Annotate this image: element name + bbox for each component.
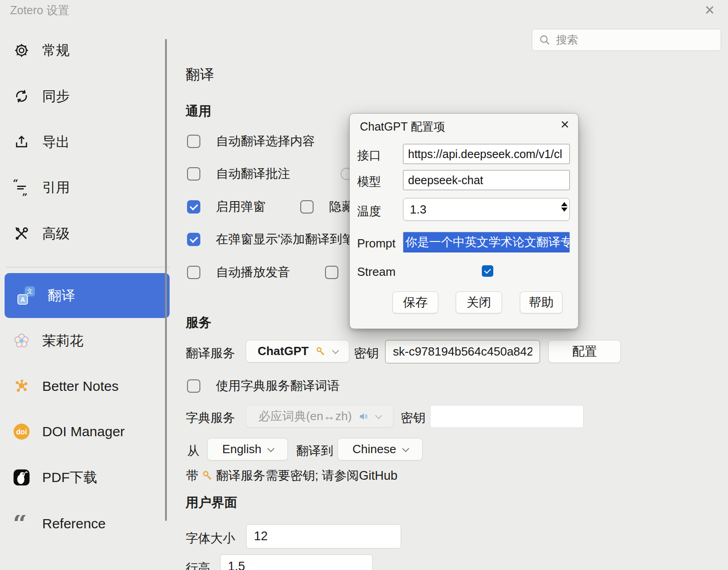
cite-icon: “„ [13,179,30,196]
font-size-input[interactable] [246,524,401,548]
api-endpoint-input[interactable] [403,144,570,164]
svg-text:„: „ [22,186,28,196]
checkbox-label: 自动播放发音 [216,264,290,280]
chevron-down-icon [375,412,382,419]
sidebar-item-general[interactable]: 常规 [13,36,164,65]
sidebar-item-advanced[interactable]: 高级 [13,219,164,248]
section-ui: 用户界面 [186,494,237,511]
checkbox-label: 自动翻译选择内容 [216,133,315,149]
checkbox-label: 启用弹窗 [216,198,265,215]
service-key-note: 带 翻译服务需要密钥; 请参阅GitHub [186,467,397,484]
model-input[interactable] [403,170,570,190]
sidebar-item-label: 常规 [42,41,70,60]
checkbox-label: 自动翻译批注 [216,165,290,182]
popup-mid-checkbox[interactable] [325,266,338,279]
to-language-value: Chinese [353,442,396,456]
key-icon [201,470,213,482]
popup-add-note-checkbox[interactable] [187,233,200,246]
save-button[interactable]: 保存 [392,291,438,313]
row-use-dict-service: 使用字典服务翻译词语 [187,378,340,394]
save-button-label: 保存 [403,294,428,311]
spinner-up-icon[interactable] [561,202,568,206]
sidebar-item-label: PDF下载 [42,468,97,487]
close-button-label: 关闭 [467,294,491,311]
search-box[interactable] [532,29,721,51]
dict-service-label: 字典服务 [186,410,235,426]
svg-text:doi: doi [16,428,27,436]
help-button-label: 帮助 [529,294,554,311]
to-label: 翻译到 [296,443,333,459]
window-title: Zotero 设置 [10,3,69,18]
checkbox-label: 使用字典服务翻译词语 [216,378,340,394]
dict-service-dropdown[interactable]: 必应词典(en↔zh) [246,405,393,428]
sidebar-item-label: Better Notes [42,378,119,394]
config-button-label: 配置 [572,343,597,360]
hide-popup-checkbox[interactable] [300,200,314,214]
sidebar-item-doi-manager[interactable]: doi DOI Manager [13,417,164,446]
stream-label: Stream [357,265,396,279]
sidebar-item-label: DOI Manager [42,424,125,439]
temperature-label: 温度 [357,203,381,219]
line-height-input[interactable] [220,554,373,570]
sidebar-scrollbar[interactable] [165,39,167,521]
temperature-input[interactable]: 1.3 [403,198,570,221]
auto-play-audio-checkbox[interactable] [187,266,200,279]
note-prefix: 带 [186,467,199,484]
auto-translate-annotation-checkbox[interactable] [187,167,200,181]
sidebar-item-cite[interactable]: “„ 引用 [13,173,164,202]
note-suffix: 翻译服务需要密钥; 请参阅GitHub [216,467,397,484]
dict-secret-input[interactable] [430,405,584,428]
from-language-dropdown[interactable]: English [207,438,288,460]
translate-icon: 文A [17,287,35,304]
api-label: 接口 [357,148,381,164]
chevron-down-icon [267,445,275,452]
use-dict-service-checkbox[interactable] [187,379,200,393]
jasmine-flower-icon [13,332,30,350]
enable-popup-checkbox[interactable] [187,200,200,214]
spinner-down-icon[interactable] [561,208,568,212]
sidebar-item-export[interactable]: 导出 [13,127,164,157]
sidebar-item-label: 同步 [42,87,70,106]
sidebar-item-better-notes[interactable]: Better Notes [13,372,164,401]
sidebar-item-translate[interactable]: 文A 翻译 [5,273,170,318]
doi-icon: doi [13,423,30,440]
service-label: 翻译服务 [186,345,235,362]
sidebar-divider [6,267,170,268]
auto-translate-selection-checkbox[interactable] [187,135,200,148]
prompt-input[interactable]: 你是一个中英文学术论文翻译专 [403,232,570,252]
search-input[interactable] [555,33,714,47]
export-icon [13,133,30,151]
chatgpt-config-dialog: ChatGPT 配置项 × 接口 模型 温度 1.3 Prompt 你是一个中英… [349,113,579,329]
sidebar-item-sync[interactable]: 同步 [13,82,164,111]
stream-checkbox[interactable] [482,265,493,277]
sidebar-item-jasmine[interactable]: 茉莉花 [13,326,164,356]
spinner-arrows[interactable] [561,202,568,212]
window-close-icon[interactable]: × [700,0,720,20]
page-title: 翻译 [186,65,214,84]
dict-service-value: 必应词典(en↔zh) [259,408,352,424]
help-button[interactable]: 帮助 [520,291,563,313]
tools-icon [13,225,30,242]
config-button[interactable]: 配置 [548,340,621,363]
prompt-label: Prompt [357,236,396,251]
font-size-label: 字体大小 [186,530,235,547]
temperature-value: 1.3 [410,203,426,217]
dialog-close-icon[interactable]: × [555,115,574,134]
secret-key-input[interactable] [385,340,540,363]
sidebar-item-label: 引用 [42,178,70,197]
sidebar-item-reference[interactable]: “ Reference [13,509,164,538]
translate-service-dropdown[interactable]: ChatGPT [246,340,349,362]
from-label: 从 [187,443,199,459]
model-label: 模型 [357,174,381,190]
key-icon [315,346,326,357]
row-auto-translate-selection: 自动翻译选择内容 [187,133,315,149]
to-language-dropdown[interactable]: Chinese [337,438,423,460]
translate-service-value: ChatGPT [258,344,309,358]
from-language-value: English [222,442,261,456]
close-button[interactable]: 关闭 [456,291,502,313]
sidebar-item-label: Reference [42,516,105,532]
sidebar-item-label: 茉莉花 [42,332,83,351]
sidebar-item-pdf-download[interactable]: PDF下载 [13,463,164,492]
better-notes-icon [13,378,30,395]
row-popup-add-note: 在弹窗显示'添加翻译到笔记 [187,231,367,247]
